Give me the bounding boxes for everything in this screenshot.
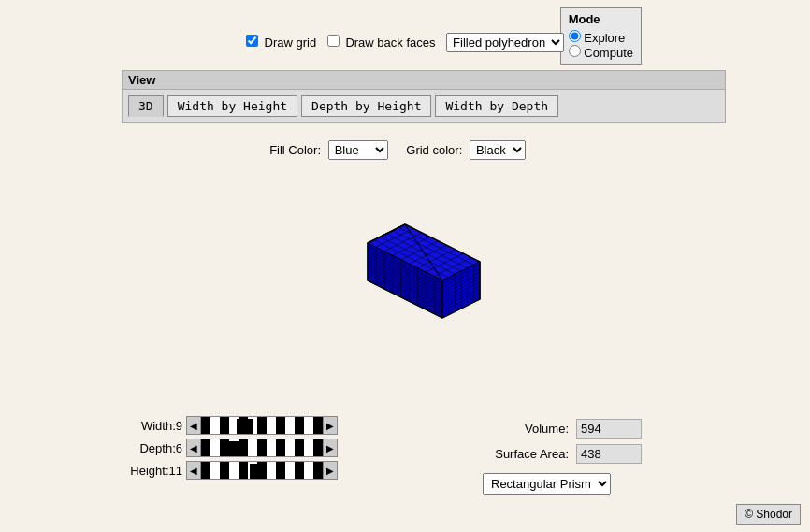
fill-color-label: Fill Color: xyxy=(269,143,321,157)
shape-area xyxy=(0,178,810,358)
cube-svg xyxy=(311,178,499,355)
volume-label: Volume: xyxy=(475,422,569,436)
draw-back-faces-checkbox[interactable] xyxy=(327,35,340,47)
height-decrease-button[interactable]: ◀ xyxy=(186,461,201,480)
depth-slider-row: Depth:6 ◀ ▶ xyxy=(122,439,338,457)
tab-width-depth[interactable]: Width by Depth xyxy=(435,95,558,117)
view-box: View 3D Width by Height Depth by Height … xyxy=(122,70,726,123)
grid-color-label: Grid color: xyxy=(406,143,462,157)
width-track[interactable] xyxy=(201,416,323,435)
surface-area-label: Surface Area: xyxy=(475,447,569,461)
shape-select[interactable]: Rectangular Prism xyxy=(483,473,611,495)
tab-3d[interactable]: 3D xyxy=(128,95,164,117)
volume-value: 594 xyxy=(576,419,642,439)
depth-decrease-button[interactable]: ◀ xyxy=(186,439,201,457)
fill-color-select[interactable]: Blue Red Green Yellow White xyxy=(328,140,388,160)
render-mode-select[interactable]: Filled polyhedron Wireframe Solid xyxy=(446,33,564,52)
grid-color-select[interactable]: Black White Red Blue xyxy=(470,140,526,160)
width-slider-row: Width:9 ◀ ▶ xyxy=(122,416,338,435)
depth-label: Depth:6 xyxy=(122,441,182,455)
depth-track[interactable] xyxy=(201,439,323,457)
width-decrease-button[interactable]: ◀ xyxy=(186,416,201,435)
height-slider-row: Height:11 ◀ ▶ xyxy=(122,461,338,480)
mode-title: Mode xyxy=(569,12,633,26)
tab-width-height[interactable]: Width by Height xyxy=(167,95,297,117)
view-tabs: 3D Width by Height Depth by Height Width… xyxy=(123,90,725,122)
depth-increase-button[interactable]: ▶ xyxy=(323,439,338,457)
view-label: View xyxy=(123,71,725,90)
width-label: Width:9 xyxy=(122,419,182,433)
sliders-container: Width:9 ◀ ▶ Depth:6 ◀ ▶ Height:11 ◀ ▶ xyxy=(122,416,338,483)
draw-grid-checkbox[interactable] xyxy=(246,35,258,47)
surface-area-value: 438 xyxy=(576,444,642,464)
tab-depth-height[interactable]: Depth by Height xyxy=(301,95,431,117)
top-controls: Draw grid Draw back faces Filled polyhed… xyxy=(0,33,810,52)
height-track[interactable] xyxy=(201,461,323,480)
surface-area-row: Surface Area: 438 xyxy=(475,444,642,464)
draw-back-faces-text: Draw back faces xyxy=(345,36,435,50)
width-increase-button[interactable]: ▶ xyxy=(323,416,338,435)
height-increase-button[interactable]: ▶ xyxy=(323,461,338,480)
volume-row: Volume: 594 xyxy=(475,419,642,439)
draw-grid-text: Draw grid xyxy=(265,36,317,50)
color-controls: Fill Color: Blue Red Green Yellow White … xyxy=(0,140,810,160)
stats-panel: Volume: 594 Surface Area: 438 Rectangula… xyxy=(475,419,642,495)
draw-grid-label[interactable]: Draw grid xyxy=(246,36,320,50)
copyright-text: © Shodor xyxy=(736,504,801,525)
draw-back-faces-label[interactable]: Draw back faces xyxy=(327,36,439,50)
height-label: Height:11 xyxy=(122,464,182,478)
